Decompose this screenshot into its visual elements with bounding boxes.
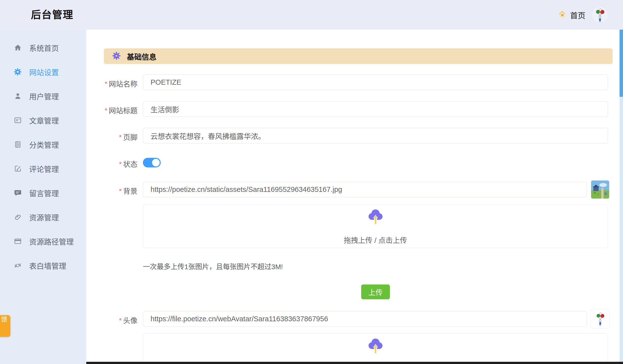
house-icon	[558, 10, 567, 20]
home-icon	[14, 44, 22, 52]
upload-cloud-icon	[143, 338, 608, 357]
site-name-input[interactable]	[143, 75, 608, 90]
background-label: *背景	[93, 185, 137, 196]
section-title: 基础信息	[127, 51, 156, 62]
sidebar-item-message-management[interactable]: 留言管理	[0, 181, 86, 205]
bottom-edge-strip	[86, 362, 623, 364]
sidebar-item-label: 评论管理	[29, 163, 59, 174]
required-mark: *	[119, 317, 122, 324]
footer-label: *页脚	[93, 132, 137, 142]
vertical-scrollbar[interactable]	[620, 30, 623, 364]
section-header-basic-info: 基础信息	[104, 48, 613, 64]
home-link[interactable]: 首页	[558, 9, 585, 20]
sidebar-item-resource-path-management[interactable]: 资源路径管理	[0, 229, 86, 253]
avatar-url-input[interactable]	[143, 311, 587, 327]
user-avatar[interactable]	[592, 7, 608, 23]
avatar-upload-dropzone[interactable]	[143, 333, 608, 364]
category-icon	[14, 141, 22, 149]
feedback-badge[interactable]: 意见反馈	[0, 315, 10, 337]
bank-card-icon	[14, 237, 22, 245]
sidebar-item-label: 资源管理	[29, 212, 59, 222]
site-name-label: *网站名称	[93, 78, 137, 89]
main-content: 基础信息 *网站名称 *网站标题 *页脚 *状态 *背景	[86, 30, 623, 364]
required-mark: *	[119, 187, 122, 195]
user-icon	[14, 92, 22, 100]
sidebar-item-system-home[interactable]: 系统首页	[0, 36, 86, 60]
sidebar-item-label: 系统首页	[29, 42, 59, 53]
background-upload-dropzone[interactable]: 拖拽上传 / 点击上传	[143, 204, 608, 248]
required-mark: *	[105, 107, 107, 114]
admin-page: 后台管理 首页	[0, 0, 623, 364]
gear-icon	[14, 68, 22, 76]
toggle-knob	[152, 159, 160, 166]
upload-cloud-icon	[143, 208, 608, 228]
app-title: 后台管理	[31, 0, 73, 30]
sidebar-item-label: 网站设置	[29, 66, 59, 77]
header-right: 首页	[558, 0, 608, 30]
sidebar-menu: 系统首页	[0, 30, 86, 278]
site-title-label: *网站标题	[93, 105, 137, 115]
sidebar-item-label: 留言管理	[29, 187, 59, 198]
sidebar-item-comment-management[interactable]: 评论管理	[0, 157, 86, 181]
candy-icon	[14, 262, 22, 270]
sidebar-item-label: 表白墙管理	[29, 260, 66, 271]
article-icon	[14, 116, 22, 124]
required-mark: *	[119, 134, 122, 141]
avatar-thumbnail[interactable]	[591, 309, 609, 328]
sidebar-item-resource-management[interactable]: 资源管理	[0, 205, 86, 229]
sidebar-item-confession-wall-management[interactable]: 表白墙管理	[0, 253, 86, 278]
site-title-input[interactable]	[143, 101, 608, 117]
top-header: 后台管理 首页	[0, 0, 623, 30]
status-label: *状态	[93, 159, 137, 169]
avatar-label: *头像	[93, 315, 137, 325]
footer-input[interactable]	[143, 128, 608, 143]
sidebar-item-user-management[interactable]: 用户管理	[0, 84, 86, 108]
scrollbar-thumb[interactable]	[620, 30, 623, 97]
required-mark: *	[105, 80, 107, 88]
message-icon	[14, 189, 22, 197]
sidebar: 系统首页	[0, 30, 86, 364]
status-toggle[interactable]	[143, 158, 161, 167]
required-mark: *	[119, 161, 122, 168]
upload-tip-text: 一次最多上传1张图片，且每张图片不超过3M!	[143, 261, 283, 271]
background-url-input[interactable]	[143, 182, 587, 197]
paperclip-icon	[14, 213, 22, 221]
feedback-badge-label: 意见反馈	[0, 316, 10, 337]
sidebar-item-label: 文章管理	[29, 115, 59, 126]
sidebar-item-category-management[interactable]: 分类管理	[0, 132, 86, 157]
upload-hint-text: 拖拽上传 / 点击上传	[143, 235, 608, 245]
gear-icon	[112, 51, 121, 61]
sidebar-item-article-management[interactable]: 文章管理	[0, 108, 86, 132]
comment-edit-icon	[14, 165, 22, 173]
sidebar-item-site-settings[interactable]: 网站设置	[0, 60, 86, 84]
sidebar-item-label: 分类管理	[29, 139, 59, 150]
upload-button[interactable]: 上传	[361, 284, 390, 299]
background-thumbnail[interactable]	[591, 181, 609, 199]
home-link-label: 首页	[570, 9, 585, 20]
sidebar-item-label: 用户管理	[29, 91, 59, 101]
sidebar-item-label: 资源路径管理	[29, 236, 74, 247]
